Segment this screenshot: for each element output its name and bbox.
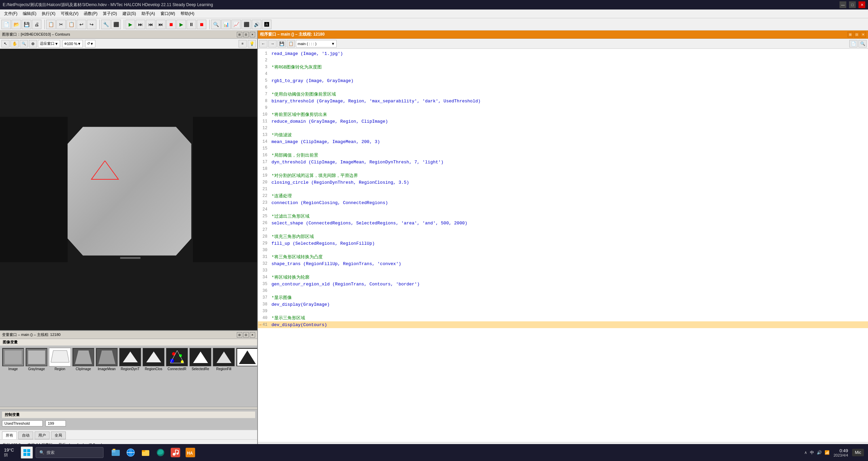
code-line-6[interactable]: 6 [258, 84, 868, 91]
code-line-41[interactable]: → 41 dev_display(Contours) [258, 321, 868, 328]
new-file-button[interactable]: 📄 [1, 20, 11, 29]
color-button[interactable]: ⬛ [242, 20, 251, 29]
graphics-float-button[interactable]: ⊞ [237, 32, 242, 37]
var-image-RegionFillU[interactable]: RegionFill [213, 348, 235, 371]
code-line-14[interactable]: 14 mean_image (ClipImage, ImageMean, 200… [258, 138, 868, 145]
loop-dropdown[interactable]: ↺ ▼ [85, 40, 95, 47]
print-button[interactable]: 🖨 [32, 20, 41, 29]
canvas-area[interactable] [0, 49, 257, 330]
menu-execute[interactable]: 执行(X) [39, 10, 58, 17]
undo-button[interactable]: ↩ [77, 20, 86, 29]
code-line-36[interactable]: 36 [258, 287, 868, 294]
code-line-13[interactable]: 13 *均值滤波 [258, 132, 868, 138]
var-image-RegionTrans[interactable] [236, 348, 257, 367]
code-line-32[interactable]: 32 shape_trans (RegionFillUp, RegionTran… [258, 260, 868, 267]
prog-minimize-button[interactable]: ⊟ [854, 32, 860, 37]
var-close-button[interactable]: ✕ [250, 332, 255, 338]
var-image-ClipImage[interactable]: ClipImage [72, 348, 94, 371]
code-line-9[interactable]: 9 [258, 104, 868, 111]
prog-save-button[interactable]: 💾 [278, 40, 286, 47]
var-image-ConnectedR[interactable]: ConnectedR [166, 348, 188, 371]
prog-close-button[interactable]: ✕ [861, 32, 866, 37]
code-line-39[interactable]: 39 [258, 308, 868, 315]
menu-edit[interactable]: 编辑(E) [20, 10, 39, 17]
taskbar-app-files[interactable] [139, 446, 152, 459]
code-line-22[interactable]: 22 *连通处理 [258, 193, 868, 199]
menu-suggest[interactable]: 建议(S) [120, 10, 139, 17]
code-line-1[interactable]: 1 read_image (Image, '1.jpg') [258, 50, 868, 57]
copy-button[interactable]: 📋 [46, 20, 56, 29]
prog-icon2[interactable]: 🔍 [858, 40, 867, 47]
prog-back-button[interactable]: ← [259, 40, 267, 47]
menu-assistant[interactable]: 助手(A) [139, 10, 158, 17]
code-line-30[interactable]: 30 [258, 247, 868, 254]
step-back-button[interactable]: ⏮ [146, 20, 155, 29]
search-box[interactable]: 🔍 搜索 [36, 447, 103, 458]
taskbar-app-halcon[interactable]: HA [184, 446, 197, 459]
var-image-SelectedRe[interactable]: SelectedRe [189, 348, 211, 371]
code-line-34[interactable]: 34 *将区域转换为轮廓 [258, 274, 868, 281]
bulb-button[interactable]: 💡 [248, 40, 256, 47]
var-tab-auto[interactable]: 自动 [18, 432, 33, 439]
menu-window[interactable]: 窗口(W) [158, 10, 178, 17]
layers-button[interactable]: ≡ [239, 40, 247, 47]
run-all-button[interactable]: ▶ [176, 20, 186, 29]
graphics-close-button[interactable]: ✕ [250, 32, 255, 37]
systray-ime[interactable]: 中 [810, 450, 814, 456]
taskbar-app-explorer[interactable] [109, 446, 122, 459]
font-button[interactable]: 🔊 [252, 20, 261, 29]
var-image-Image[interactable]: Image [2, 348, 24, 371]
code-line-16[interactable]: 16 *局部阈值，分割出前景 [258, 152, 868, 159]
systray-volume-icon[interactable]: 🔊 [817, 450, 822, 455]
close-button[interactable]: ✕ [858, 1, 865, 8]
step-over-button[interactable]: ⏭ [136, 20, 145, 29]
var-tab-user[interactable]: 用户 [35, 432, 50, 439]
code-line-37[interactable]: 37 *显示图像 [258, 294, 868, 301]
code-line-15[interactable]: 15 [258, 145, 868, 152]
code-line-40[interactable]: 40 *显示三角形区域 [258, 315, 868, 321]
menu-visualize[interactable]: 可视化(V) [58, 10, 81, 17]
fit-window-dropdown[interactable]: 适应窗口 ▼ [38, 40, 60, 47]
minimize-button[interactable]: — [839, 1, 846, 8]
text-button[interactable]: 🅰 [262, 20, 271, 29]
code-line-17[interactable]: 17 dyn_threshold (ClipImage, ImageMean, … [258, 159, 868, 165]
stop-all-button[interactable]: ⏹ [197, 20, 206, 29]
taskbar-app-edge[interactable] [154, 446, 167, 459]
chart-button[interactable]: 📊 [221, 20, 231, 29]
code-line-23[interactable]: 23 connection (RegionClosing, ConnectedR… [258, 199, 868, 206]
var-image-GrayImage[interactable]: GrayImage [25, 348, 48, 371]
menu-help[interactable]: 帮助(H) [178, 10, 197, 17]
code-line-4[interactable]: 4 [258, 71, 868, 77]
var-image-ImageMean[interactable]: ImageMean [96, 348, 118, 371]
func-dropdown[interactable]: main ( : : : ) ▼ [296, 40, 337, 47]
code-line-8[interactable]: 8 binary_threshold (GrayImage, Region, '… [258, 98, 868, 104]
code-line-5[interactable]: 5 rgb1_to_gray (Image, GrayImage) [258, 77, 868, 84]
paste-button[interactable]: 📋 [67, 20, 76, 29]
pause-button[interactable]: ⏸ [187, 20, 196, 29]
start-button[interactable] [21, 446, 33, 459]
var-image-Region[interactable]: Region [49, 348, 71, 371]
code-area[interactable]: 1 read_image (Image, '1.jpg') 2 3 *将RGB图… [258, 49, 868, 442]
code-line-35[interactable]: 35 gen_contour_region_xld (RegionTrans, … [258, 281, 868, 287]
open-file-button[interactable]: 📂 [12, 20, 21, 29]
code-line-31[interactable]: 31 *将三角形区域转换为凸度 [258, 254, 868, 260]
code-line-38[interactable]: 38 dev_display(GrayImage) [258, 301, 868, 308]
zoom-in-button[interactable]: ⊕ [29, 40, 37, 47]
var-float-button[interactable]: ⊞ [237, 332, 242, 338]
stop-button[interactable]: ⏹ [166, 20, 176, 29]
code-line-11[interactable]: 11 reduce_domain (GrayImage, Region, Cli… [258, 118, 868, 125]
prog-copy-button[interactable]: 📋 [287, 40, 295, 47]
notification-area[interactable]: Mic [852, 449, 864, 456]
save-button[interactable]: 💾 [22, 20, 31, 29]
graph-button[interactable]: 📈 [231, 20, 241, 29]
code-line-27[interactable]: 27 [258, 226, 868, 233]
find-button[interactable]: 🔍 [211, 20, 221, 29]
var-minimize-button[interactable]: ⊟ [243, 332, 249, 338]
var-tab-all[interactable]: 所有 [2, 432, 17, 439]
code-line-3[interactable]: 3 *将RGB图像转化为灰度图 [258, 64, 868, 71]
code-line-28[interactable]: 28 *填充三角形内部区域 [258, 233, 868, 240]
menu-file[interactable]: 文件(F) [1, 10, 20, 17]
var-image-RegionClos[interactable]: RegionClos [143, 348, 165, 371]
var-tab-global[interactable]: 全局 [51, 432, 66, 439]
code-line-25[interactable]: 25 *过滤出三角形区域 [258, 213, 868, 220]
